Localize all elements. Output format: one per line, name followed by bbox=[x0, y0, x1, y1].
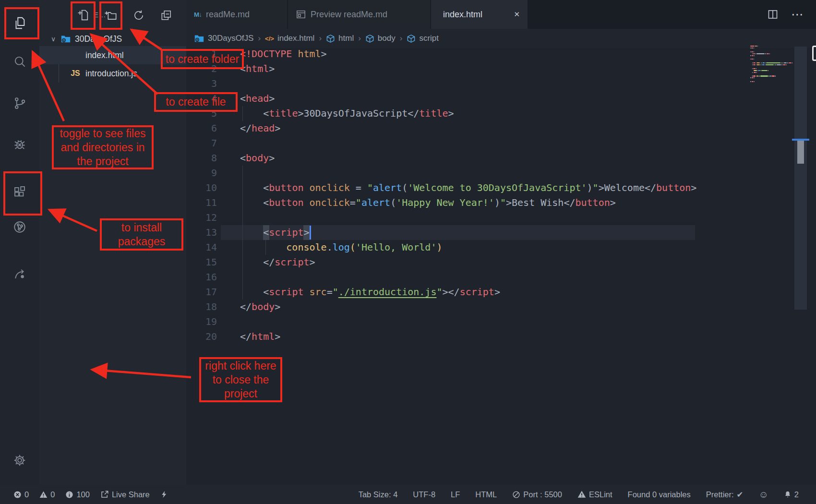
breadcrumb-item-30DaysOfJS[interactable]: 30DaysOfJS bbox=[194, 33, 253, 44]
status-item-ESLint[interactable]: ESLint bbox=[577, 490, 612, 499]
scrollbar-track bbox=[794, 47, 807, 310]
bolt-icon bbox=[160, 490, 168, 499]
tab-label: index.html bbox=[443, 10, 482, 20]
code-line-18: </body> bbox=[240, 300, 280, 314]
status-item-Port : 5500[interactable]: Port : 5500 bbox=[512, 490, 562, 499]
code-line-13: <script> bbox=[240, 225, 310, 240]
line-number: 11 bbox=[186, 195, 217, 210]
refresh-icon[interactable] bbox=[129, 6, 148, 25]
indent-guide bbox=[242, 106, 243, 121]
more-actions-icon[interactable]: ⋯ bbox=[791, 12, 804, 17]
cube-icon bbox=[365, 34, 374, 43]
check-icon: ✔ bbox=[737, 490, 744, 499]
live-server-icon[interactable] bbox=[0, 260, 39, 287]
bell-icon bbox=[784, 490, 792, 499]
status-item-Found 0 variables[interactable]: Found 0 variables bbox=[628, 490, 691, 499]
status-label: Tab Size: 4 bbox=[359, 490, 398, 499]
breadcrumb-item-body[interactable]: body bbox=[365, 34, 396, 43]
tree-item-label: introduction.js bbox=[85, 69, 137, 79]
tree-folder-root[interactable]: ∨30DaysOfJS bbox=[39, 30, 186, 48]
run-debug-icon[interactable] bbox=[0, 131, 39, 157]
preview-icon bbox=[296, 9, 306, 20]
status-label: UTF-8 bbox=[413, 490, 435, 499]
status-item-bolt-icon[interactable] bbox=[160, 490, 168, 499]
search-icon[interactable] bbox=[0, 48, 39, 75]
line-number: 12 bbox=[186, 210, 217, 225]
folder-icon bbox=[194, 33, 204, 44]
indent-guide bbox=[242, 166, 243, 300]
status-label: 0 bbox=[50, 490, 55, 499]
status-label: 2 bbox=[794, 490, 799, 499]
status-item-0[interactable]: 0 bbox=[39, 490, 55, 499]
annotation-create-file: to create file bbox=[154, 92, 238, 112]
code-line-8: <body> bbox=[240, 151, 275, 166]
annotation-box-new-folder bbox=[99, 1, 122, 30]
close-icon[interactable]: ✕ bbox=[514, 10, 520, 19]
tree-folder-label: 30DaysOfJS bbox=[75, 34, 122, 44]
error-icon bbox=[13, 491, 22, 499]
breadcrumb-item-index.html[interactable]: </>index.html bbox=[265, 34, 314, 43]
chevron-down-icon: ∨ bbox=[51, 35, 60, 43]
status-label: 100 bbox=[76, 490, 90, 499]
line-number: 9 bbox=[186, 166, 217, 180]
line-number: 18 bbox=[186, 300, 217, 314]
breadcrumb-item-html[interactable]: html bbox=[326, 34, 354, 43]
breadcrumb: 30DaysOfJS›</>index.html›html›body›scrip… bbox=[186, 29, 816, 48]
code-icon: </> bbox=[265, 35, 274, 42]
status-item-LF[interactable]: LF bbox=[451, 490, 460, 499]
line-number: 19 bbox=[186, 314, 217, 329]
line-number: 14 bbox=[186, 240, 217, 255]
split-editor-icon[interactable] bbox=[767, 9, 779, 20]
annotation-close-project: right click here to close the project bbox=[199, 357, 282, 402]
status-item-smiley-icon[interactable]: ☺ bbox=[758, 489, 768, 500]
tab-label: readMe.md bbox=[206, 10, 250, 20]
markdown-icon: M↓ bbox=[194, 11, 202, 18]
status-label: Found 0 variables bbox=[628, 490, 691, 499]
annotation-install-packages: to install packages bbox=[100, 218, 183, 251]
code-line-6: </head> bbox=[240, 121, 280, 136]
annotation-toggle-files: toggle to see files and directories in t… bbox=[52, 125, 154, 169]
text-cursor bbox=[310, 226, 311, 240]
js-file-icon: JS bbox=[68, 69, 83, 78]
breadcrumb-separator: › bbox=[258, 34, 261, 43]
code-line-5: <title>30DaysOfJavaScript</title> bbox=[240, 106, 454, 121]
settings-gear-icon[interactable] bbox=[0, 447, 39, 474]
breadcrumb-separator: › bbox=[358, 34, 361, 43]
eslint-warning-icon bbox=[577, 490, 586, 499]
minimap[interactable] bbox=[750, 46, 792, 87]
warning-icon bbox=[39, 491, 48, 499]
status-item-2[interactable]: 2 bbox=[784, 490, 799, 499]
code-line-1: <!DOCTYPE html> bbox=[240, 47, 327, 61]
folder-icon bbox=[60, 34, 71, 44]
status-label: HTML bbox=[475, 490, 497, 499]
collapse-all-icon[interactable] bbox=[156, 6, 176, 25]
code-line-2: <html> bbox=[240, 61, 275, 76]
live-share-icon[interactable] bbox=[0, 214, 39, 240]
tab-Preview readMe.md[interactable]: Preview readMe.md bbox=[288, 0, 431, 29]
annotation-box-explorer bbox=[4, 7, 39, 39]
status-item-Tab Size: 4[interactable]: Tab Size: 4 bbox=[359, 490, 398, 499]
status-item-100[interactable]: 100 bbox=[65, 490, 90, 499]
status-item-Prettier:[interactable]: Prettier:✔ bbox=[706, 490, 744, 499]
status-item-UTF-8[interactable]: UTF-8 bbox=[413, 490, 435, 499]
status-item-0[interactable]: 0 bbox=[13, 490, 29, 499]
tab-readMe.md[interactable]: M↓readMe.md bbox=[186, 0, 288, 29]
breadcrumb-separator: › bbox=[400, 34, 403, 43]
tab-index.html[interactable]: index.html✕ bbox=[431, 0, 528, 29]
tree-item-label: index.html bbox=[85, 50, 124, 60]
source-control-icon[interactable] bbox=[0, 90, 39, 117]
scrollbar-thumb[interactable] bbox=[797, 141, 804, 164]
line-number: 13 bbox=[186, 225, 217, 240]
code-line-11: <button onclick="alert('Happy New Year!'… bbox=[240, 195, 616, 210]
line-number: 20 bbox=[186, 329, 217, 344]
code-line-10: <button onclick = "alert('Welcome to 30D… bbox=[240, 180, 696, 195]
code-line-15: </script> bbox=[240, 255, 315, 270]
cube-icon bbox=[407, 34, 416, 43]
breadcrumb-item-script[interactable]: script bbox=[407, 34, 439, 43]
status-bar: 00100Live Share Tab Size: 4UTF-8LFHTMLPo… bbox=[0, 485, 816, 504]
tab-label: Preview readMe.md bbox=[311, 10, 387, 20]
status-item-Live Share[interactable]: Live Share bbox=[100, 490, 150, 499]
status-item-HTML[interactable]: HTML bbox=[475, 490, 497, 499]
breadcrumb-label: script bbox=[419, 34, 439, 43]
clipped-overlay-rect bbox=[812, 46, 816, 61]
